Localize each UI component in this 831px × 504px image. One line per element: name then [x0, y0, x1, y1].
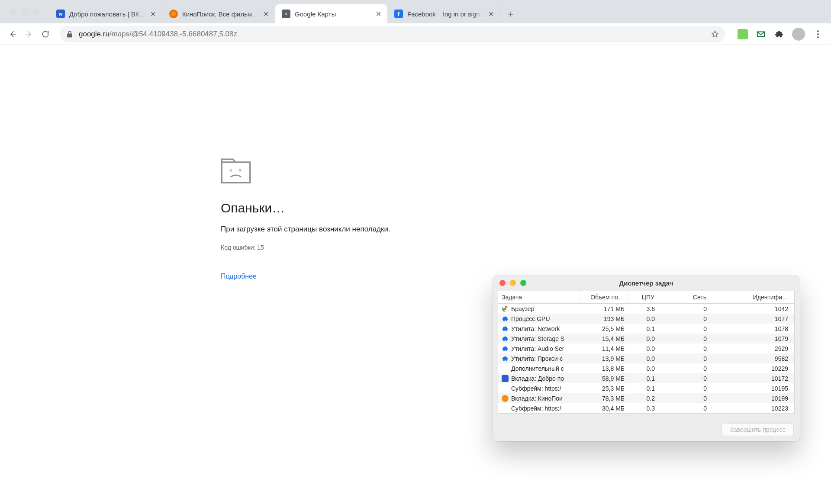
arrow-right-icon — [25, 30, 33, 39]
process-network: 0 — [658, 345, 710, 352]
task-row[interactable]: Утилита: Storage S15,4 МБ0.001079 — [498, 334, 794, 343]
process-name: Субфрейм: https:/ — [511, 385, 561, 392]
page-content: x x Опаньки… При загрузке этой страницы … — [0, 45, 831, 504]
process-name: Утилита: Network — [511, 325, 560, 332]
process-id: 10172 — [710, 375, 794, 382]
task-manager-title: Диспетчер задач — [493, 279, 800, 287]
process-cpu: 3.6 — [628, 305, 658, 312]
task-row[interactable]: Субфрейм: https:/25,3 МБ0.1010195 — [498, 383, 794, 393]
process-icon — [502, 365, 509, 372]
process-id: 2529 — [710, 345, 794, 352]
window-close-button[interactable] — [10, 8, 16, 15]
task-manager-window[interactable]: Диспетчер задач Задача Объем по… ЦПУ Сет… — [493, 275, 800, 441]
tm-minimize-button[interactable] — [510, 280, 516, 286]
tab-title: КиноПоиск. Все фильмы план — [182, 10, 262, 18]
task-row[interactable]: Утилита: Прокси-с13,9 МБ0.009582 — [498, 353, 794, 363]
task-row[interactable]: Процесс GPU193 МБ0.001077 — [498, 314, 794, 324]
tab-title: Добро пожаловать | ВКонтак — [69, 10, 149, 18]
process-memory: 11,4 МБ — [580, 345, 628, 352]
tab-close-button[interactable]: ✕ — [487, 10, 495, 18]
task-row[interactable]: Браузер171 МБ3.601042 — [498, 304, 794, 314]
google-maps-favicon-icon: ⌖ — [282, 10, 290, 18]
process-name: Утилита: Прокси-с — [511, 355, 563, 362]
error-page: x x Опаньки… При загрузке этой страницы … — [221, 157, 498, 280]
extension-mail-icon[interactable] — [756, 29, 766, 39]
process-cpu: 0.1 — [628, 385, 658, 392]
col-cpu[interactable]: ЦПУ — [628, 291, 658, 303]
process-cpu: 0.3 — [628, 405, 658, 412]
extensions-puzzle-icon[interactable] — [774, 29, 784, 39]
error-title: Опаньки… — [221, 201, 498, 215]
task-row[interactable]: Дополнительный с13,8 МБ0.0010229 — [498, 363, 794, 373]
tab-close-button[interactable]: ✕ — [374, 10, 382, 18]
task-manager-table: Задача Объем по… ЦПУ Сеть Идентифи… Брау… — [498, 291, 795, 414]
process-cpu: 0.0 — [628, 365, 658, 372]
tab-vk[interactable]: w Добро пожаловать | ВКонтак ✕ — [49, 4, 162, 23]
process-memory: 25,3 МБ — [580, 385, 628, 392]
task-manager-titlebar[interactable]: Диспетчер задач — [493, 275, 800, 291]
process-id: 1078 — [710, 325, 794, 332]
tab-close-button[interactable]: ✕ — [149, 10, 157, 18]
address-bar[interactable]: google.ru/maps/@54.4109438,-5.6680487,5.… — [60, 26, 725, 42]
window-minimize-button[interactable] — [21, 8, 28, 15]
process-network: 0 — [658, 315, 710, 322]
process-icon — [502, 315, 509, 322]
task-row[interactable]: Утилита: Network25,5 МБ0.101078 — [498, 324, 794, 334]
col-network[interactable]: Сеть — [658, 291, 710, 303]
process-network: 0 — [658, 335, 710, 342]
learn-more-link[interactable]: Подробнее — [221, 273, 257, 280]
tm-zoom-button[interactable] — [520, 280, 526, 286]
arrow-left-icon — [8, 30, 17, 39]
process-memory: 15,4 МБ — [580, 335, 628, 342]
task-row[interactable]: Субфрейм: https:/30,4 МБ0.3010223 — [498, 403, 794, 413]
process-network: 0 — [658, 365, 710, 372]
process-icon — [502, 305, 509, 312]
svg-rect-1 — [222, 162, 250, 183]
forward-button[interactable] — [21, 26, 37, 42]
task-manager-footer: Завершить процесс — [493, 419, 800, 441]
process-icon — [502, 345, 509, 352]
browser-window: w Добро пожаловать | ВКонтак ✕ КиноПоиск… — [0, 0, 831, 504]
tab-bar: w Добро пожаловать | ВКонтак ✕ КиноПоиск… — [0, 0, 831, 23]
process-name: Дополнительный с — [511, 365, 564, 372]
task-manager-header-row[interactable]: Задача Объем по… ЦПУ Сеть Идентифи… — [498, 291, 794, 304]
tab-google-maps[interactable]: ⌖ Google Карты ✕ — [275, 4, 387, 23]
lock-icon — [66, 30, 74, 38]
tab-close-button[interactable]: ✕ — [262, 10, 270, 18]
process-memory: 13,8 МБ — [580, 365, 628, 372]
kebab-menu-icon[interactable] — [813, 30, 823, 38]
extension-1-icon[interactable] — [738, 29, 748, 39]
process-name: Утилита: Storage S — [511, 335, 564, 342]
new-tab-button[interactable]: ＋ — [503, 6, 519, 22]
process-memory: 78,3 МБ — [580, 395, 628, 402]
process-id: 1079 — [710, 335, 794, 342]
vk-favicon-icon: w — [56, 10, 65, 18]
bookmark-star-icon[interactable] — [711, 30, 719, 39]
col-task[interactable]: Задача — [498, 291, 580, 303]
col-id[interactable]: Идентифи… — [710, 291, 794, 303]
end-process-button[interactable]: Завершить процесс — [721, 423, 794, 436]
tm-close-button[interactable] — [499, 280, 506, 286]
process-network: 0 — [658, 355, 710, 362]
task-row[interactable]: Утилита: Audio Ser11,4 МБ0.002529 — [498, 343, 794, 353]
process-id: 1077 — [710, 315, 794, 322]
process-cpu: 0.1 — [628, 375, 658, 382]
tab-kinopoisk[interactable]: КиноПоиск. Все фильмы план ✕ — [162, 4, 275, 23]
window-zoom-button[interactable] — [33, 8, 40, 15]
tab-title: Google Карты — [295, 10, 374, 18]
process-network: 0 — [658, 385, 710, 392]
task-manager-rows: Браузер171 МБ3.601042Процесс GPU193 МБ0.… — [498, 304, 794, 413]
back-button[interactable] — [4, 26, 21, 42]
reload-button[interactable] — [37, 26, 54, 42]
task-row[interactable]: Вкладка: Добро по58,9 МБ0.1010172 — [498, 373, 794, 383]
process-name: Браузер — [511, 305, 534, 312]
process-cpu: 0.0 — [628, 315, 658, 322]
profile-avatar[interactable] — [792, 28, 805, 41]
tab-facebook[interactable]: f Facebook – log in or sign up ✕ — [387, 4, 500, 23]
col-memory[interactable]: Объем по… — [580, 291, 628, 303]
tab-separator — [500, 6, 500, 17]
task-row[interactable]: Вкладка: КиноПои78,3 МБ0.2010199 — [498, 393, 794, 403]
svg-text:x: x — [239, 167, 242, 173]
process-network: 0 — [658, 395, 710, 402]
process-id: 10199 — [710, 395, 794, 402]
